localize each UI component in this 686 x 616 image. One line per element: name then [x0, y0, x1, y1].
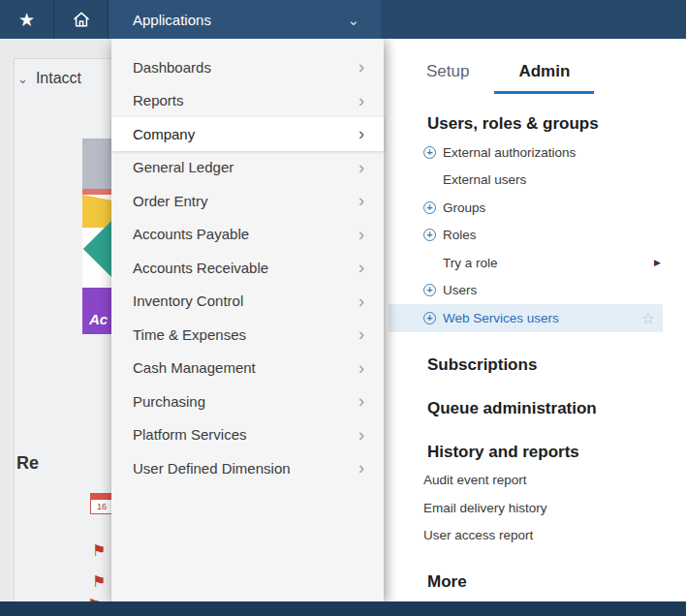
chevron-right-icon: ›	[359, 293, 364, 310]
flyout-item-label: User access report	[423, 528, 533, 542]
flyout-item-label: Try a role	[443, 256, 498, 270]
plus-icon-slot: +	[423, 146, 443, 159]
flyout-item-external-authorizations[interactable]: +External authorizations	[389, 139, 663, 167]
menu-item-accounts-payable[interactable]: Accounts Payable›	[111, 218, 384, 252]
menu-item-label: Accounts Payable	[133, 226, 249, 242]
menu-item-accounts-receivable[interactable]: Accounts Receivable›	[111, 251, 384, 285]
menu-item-label: Purchasing	[133, 393, 205, 410]
plus-circle-icon: +	[423, 146, 436, 159]
chevron-right-icon: ›	[359, 325, 364, 343]
chevron-right-icon: ›	[359, 459, 364, 477]
menu-item-label: Cash Management	[133, 359, 256, 376]
flyout-item-groups[interactable]: +Groups	[389, 194, 663, 222]
menu-item-label: Reports	[133, 92, 184, 108]
submenu-arrow-icon: ▶	[654, 258, 661, 267]
chevron-right-icon: ›	[359, 58, 364, 76]
applications-dropdown-menu: Dashboards›Reports›Company›General Ledge…	[111, 39, 384, 601]
flyout-item-user-access-report[interactable]: User access report	[389, 522, 663, 550]
collapse-chevron-icon[interactable]: ⌄	[17, 72, 28, 86]
menu-item-general-ledger[interactable]: General Ledger›	[111, 151, 384, 185]
star-icon: ★	[18, 11, 35, 29]
plus-icon-slot: +	[423, 284, 443, 296]
flyout-item-email-delivery-history[interactable]: Email delivery history	[389, 494, 663, 522]
admin-flyout-panel: SetupAdmin Users, roles & groups+Externa…	[384, 39, 686, 601]
chevron-right-icon: ›	[359, 92, 364, 109]
chevron-right-icon: ›	[359, 392, 364, 410]
menu-item-label: Company	[133, 126, 195, 142]
menu-item-inventory-control[interactable]: Inventory Control›	[111, 285, 384, 319]
applications-menu-button[interactable]: Applications ⌄	[109, 0, 381, 39]
plus-circle-icon: +	[423, 201, 436, 214]
flyout-tabs: SetupAdmin	[384, 39, 686, 94]
home-icon	[72, 10, 91, 29]
menu-item-platform-services[interactable]: Platform Services›	[111, 418, 384, 452]
section-heading-history-and-reports: History and reports	[427, 441, 663, 463]
chevron-right-icon: ›	[359, 192, 364, 209]
menu-item-purchasing[interactable]: Purchasing›	[111, 385, 384, 418]
flyout-item-label: Web Services users	[443, 311, 559, 325]
menu-item-time-expenses[interactable]: Time & Expenses›	[111, 318, 384, 352]
home-nav-button[interactable]	[54, 0, 109, 39]
section-heading-users-roles-groups: Users, roles & groups	[427, 112, 663, 135]
tab-setup[interactable]: Setup	[426, 62, 469, 94]
menu-item-label: General Ledger	[133, 159, 234, 175]
flyout-item-label: Email delivery history	[423, 501, 547, 515]
flyout-item-label: External users	[443, 172, 526, 187]
chevron-right-icon: ›	[359, 159, 364, 176]
plus-circle-icon: +	[423, 284, 436, 296]
flyout-item-try-a-role[interactable]: Try a role▶	[389, 249, 663, 277]
menu-item-label: Time & Expenses	[133, 326, 246, 343]
screen: ⌄ Intacct Ac Re 16 ⚑ ⚑ ⚑ ★ Applications	[0, 0, 686, 616]
dashboard-panel-header[interactable]: ⌄ Intacct	[17, 70, 81, 87]
flyout-item-web-services-users[interactable]: +Web Services users☆	[389, 304, 663, 332]
card-text: Ac	[89, 311, 108, 327]
top-navigation-bar: ★ Applications ⌄	[0, 0, 686, 39]
menu-item-label: Dashboards	[133, 59, 211, 76]
section-heading-more[interactable]: More	[427, 570, 663, 593]
flyout-item-roles[interactable]: +Roles	[389, 222, 663, 250]
tab-admin[interactable]: Admin	[494, 62, 594, 94]
menu-item-label: Order Entry	[133, 193, 208, 209]
chevron-right-icon: ›	[359, 259, 364, 276]
flyout-item-external-users[interactable]: External users	[389, 167, 663, 195]
calendar-icon: 16	[90, 493, 113, 514]
flyout-item-users[interactable]: +Users	[389, 277, 663, 305]
menu-item-label: Accounts Receivable	[133, 260, 268, 276]
menu-item-reports[interactable]: Reports›	[111, 84, 384, 118]
flyout-sections: Users, roles & groups+External authoriza…	[384, 112, 686, 593]
flyout-item-label: Roles	[443, 228, 477, 242]
chevron-right-icon: ›	[359, 226, 364, 243]
menu-item-label: User Defined Dimension	[133, 460, 291, 477]
plus-icon-slot: +	[423, 229, 443, 241]
background-section-label: Re	[16, 453, 39, 474]
applications-label: Applications	[133, 12, 211, 28]
menu-item-cash-management[interactable]: Cash Management›	[111, 352, 384, 385]
section-heading-queue-administration[interactable]: Queue administration	[427, 397, 663, 419]
flyout-item-label: External authorizations	[443, 145, 576, 160]
plus-circle-icon: +	[423, 229, 436, 241]
menu-item-label: Platform Services	[133, 426, 247, 443]
flyout-item-label: Users	[443, 283, 477, 297]
plus-icon-slot: +	[423, 312, 443, 324]
plus-icon-slot: +	[423, 201, 443, 214]
flyout-item-audit-event-report[interactable]: Audit event report	[389, 467, 663, 495]
menu-item-user-defined-dimension[interactable]: User Defined Dimension›	[111, 451, 384, 485]
favorite-star-icon[interactable]: ☆	[641, 309, 655, 327]
chevron-right-icon: ›	[359, 359, 364, 377]
menu-item-order-entry[interactable]: Order Entry›	[111, 184, 384, 218]
chevron-down-icon: ⌄	[347, 13, 359, 27]
dashboard-panel-title: Intacct	[36, 70, 81, 87]
chevron-right-icon: ›	[359, 426, 364, 444]
flag-icon: ⚑	[92, 543, 106, 559]
menu-item-company[interactable]: Company›	[111, 117, 384, 151]
section-heading-subscriptions[interactable]: Subscriptions	[427, 354, 663, 376]
flyout-item-label: Audit event report	[423, 473, 527, 487]
plus-circle-icon: +	[423, 312, 436, 324]
chevron-right-icon: ›	[359, 125, 364, 142]
calendar-day: 16	[91, 500, 112, 513]
favorites-nav-button[interactable]: ★	[0, 0, 54, 39]
menu-item-label: Inventory Control	[133, 293, 243, 309]
flyout-item-label: Groups	[443, 200, 485, 215]
bottom-bar	[0, 601, 686, 616]
menu-item-dashboards[interactable]: Dashboards›	[111, 50, 384, 84]
